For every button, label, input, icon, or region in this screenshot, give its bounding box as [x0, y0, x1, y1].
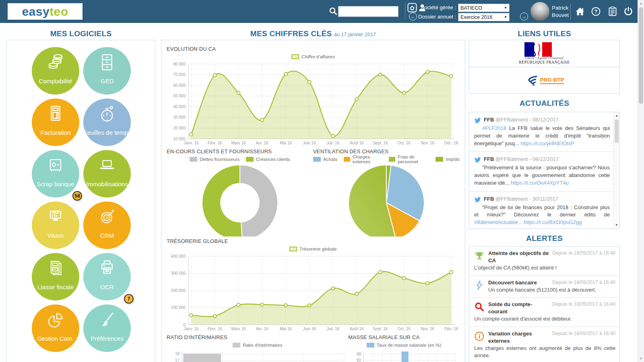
chart-title: EN-COURS CLIENTS ET FOURNISSEURS	[167, 148, 313, 154]
scroll-up-icon[interactable]: ▲	[614, 114, 619, 117]
tweet-link[interactable]: https://t.co/BXO0psGZgg	[524, 219, 582, 225]
svg-text:Sept. 16: Sept. 16	[373, 141, 388, 145]
tweet-link[interactable]: https://t.co/yk6NEIDtxP	[520, 140, 574, 146]
legend-swatch	[367, 343, 374, 348]
scroll-down-icon[interactable]: ▼	[638, 357, 644, 360]
invoice-icon	[44, 103, 67, 125]
liens-panel: Liberté • Égalité • Fraternité RÉPUBLIQU…	[469, 40, 620, 94]
chiffres-title-text: MES CHIFFRES CLÉS	[250, 29, 332, 38]
notification-badge: 58	[72, 191, 82, 201]
app-immobilisations[interactable]: Immobilisations	[83, 150, 131, 197]
app-liasse-fiscale[interactable]: 2017Liasse fiscale	[32, 253, 79, 300]
laptop-icon	[96, 154, 118, 177]
app-vision[interactable]: Vision	[32, 202, 79, 249]
legend-item: Dettes fournisseurs	[190, 157, 239, 162]
svg-text:40 000: 40 000	[173, 105, 186, 109]
chart-legend: Trésorerie globale	[167, 245, 460, 253]
legend-label: Créances clients	[256, 157, 290, 162]
tweet-author: FFB	[484, 117, 494, 123]
app-scrap-banque[interactable]: Scrap banque58	[32, 150, 79, 197]
next-dossier-button[interactable]: →	[520, 12, 528, 21]
home-icon[interactable]	[575, 6, 585, 16]
app-pr-f-rences[interactable]: Préférences	[83, 304, 131, 352]
svg-text:Avr. 16: Avr. 16	[256, 141, 268, 145]
svg-text:Juin 16: Juin 16	[303, 327, 316, 331]
app-label: Gestion Com.	[32, 335, 79, 342]
app-gestion-com[interactable]: Gestion Com.	[32, 304, 79, 352]
easyteo-logo[interactable]: easyteo	[8, 3, 83, 20]
chiffres-title: MES CHIFFRES CLÉS au 17 janvier 2017	[161, 29, 465, 38]
app-ged[interactable]: GED	[83, 47, 131, 95]
tweet: FFB @FFBatiment - 30/11/2017"Projet de l…	[469, 191, 619, 229]
notification-badge: 7	[124, 294, 134, 304]
fiscal-icon: 2017	[44, 257, 67, 280]
help-icon[interactable]: ?	[591, 7, 601, 16]
tweet-meta: @FFBatiment - 08/12/2017	[494, 156, 559, 162]
svg-text:Mars 16: Mars 16	[231, 141, 246, 145]
ventilation-pie-chart	[313, 164, 460, 237]
tweet-link[interactable]: #BâtimentActualité...	[474, 219, 522, 225]
legend-item: Impôts	[436, 157, 460, 162]
link-pro-btp[interactable]: PRO BTP	[469, 67, 619, 93]
app-label: Liasse fiscale	[32, 284, 79, 291]
scroll-down-icon[interactable]: ▼	[614, 223, 619, 227]
app-feuilles-de-temps[interactable]: Feuilles de temps	[83, 99, 131, 146]
svg-text:80: 80	[357, 358, 361, 362]
dossier-select[interactable]: Exercice 2016 ▼	[458, 13, 510, 21]
chart-title: MASSE SALARIALE SUR CA	[348, 334, 460, 340]
user-first-name: Patrick	[552, 4, 569, 12]
chiffres-subtitle: au 17 janvier 2017	[334, 32, 376, 37]
stopwatch-icon	[96, 103, 118, 125]
app-label: Feuilles de temps	[83, 129, 131, 136]
tweet-link[interactable]: #PLF2018	[482, 125, 506, 131]
legend-label: Achats	[323, 157, 337, 162]
legend-label: Impôts	[446, 157, 460, 162]
chart-title: RATIO D'INTÉRIMAIRES	[167, 334, 348, 340]
cabinet-icon	[96, 51, 118, 74]
app-ocr[interactable]: OCR7	[83, 253, 131, 300]
legend-label: Charges externes	[353, 154, 383, 164]
pro-btp-caption: PRO BTP	[540, 77, 564, 84]
app-label: Comptabilité	[32, 78, 79, 85]
power-icon[interactable]	[623, 6, 633, 16]
chart-masse-salariale: MASSE SALARIALE SUR CA Taux de masse sal…	[348, 333, 460, 362]
svg-text:Janv. 16: Janv. 16	[184, 141, 198, 145]
page-scrollbar[interactable]: ▲ ▼	[638, 0, 644, 362]
link-republique-francaise[interactable]: Liberté • Égalité • Fraternité RÉPUBLIQU…	[469, 40, 619, 67]
chart-legend: Chiffre d'affaires	[167, 53, 460, 61]
alert-title: Variation charges externes	[488, 331, 532, 344]
app-comptabilit[interactable]: Comptabilité	[32, 47, 79, 95]
masse-salariale-chart: 708090	[348, 350, 460, 362]
tweet-link[interactable]: https://t.co/OeA4XpYT4u	[511, 180, 569, 186]
scroll-up-icon[interactable]: ▲	[638, 2, 644, 5]
legend-label: Trésorerie globale	[299, 247, 336, 251]
actualites-scrollbar[interactable]: ▲ ▼	[613, 112, 619, 228]
tweet-body: #PLF2018 La FFB salue le vote des Sénate…	[474, 125, 610, 148]
legend-label: Taux de masse salariale (en %)	[377, 343, 441, 348]
svg-text:Août 16: Août 16	[350, 141, 364, 145]
search-input[interactable]	[338, 6, 398, 17]
coins-icon	[44, 51, 67, 74]
legend-swatch	[389, 157, 395, 162]
legend-item: Achats	[313, 157, 337, 162]
app-crm[interactable]: CRM	[83, 202, 131, 249]
top-header: easyteo Société gérée : BATIECO ▼ ← Doss…	[0, 0, 638, 23]
header-divider	[405, 4, 405, 19]
page-scroll-thumb[interactable]	[639, 7, 643, 104]
user-avatar[interactable]	[530, 2, 549, 21]
safe-icon	[44, 154, 67, 177]
printer-icon	[96, 257, 118, 280]
svg-text:Nov. 16: Nov. 16	[421, 327, 434, 331]
user-name: Patrick Bouvet	[552, 4, 569, 19]
alert-solde-du-compte-courant: Depuis le 18/05/2017 à 16:40Solde du com…	[469, 298, 619, 327]
actualites-panel: FFB @FFBatiment - 08/12/2017#PLF2018 La …	[469, 112, 620, 229]
chart-legend: Taux de masse salariale (en %)	[348, 341, 460, 349]
logo-teo-text: teo	[50, 5, 68, 19]
logo-easy-text: easy	[22, 5, 50, 19]
alertes-title: ALERTES	[469, 234, 620, 243]
app-facturation[interactable]: Facturation	[32, 99, 79, 146]
societe-value: BATIECO	[460, 5, 482, 11]
actualites-scroll-thumb[interactable]	[615, 119, 619, 143]
societe-select[interactable]: BATIECO ▼	[458, 4, 510, 12]
clipboard-icon[interactable]	[608, 6, 617, 16]
